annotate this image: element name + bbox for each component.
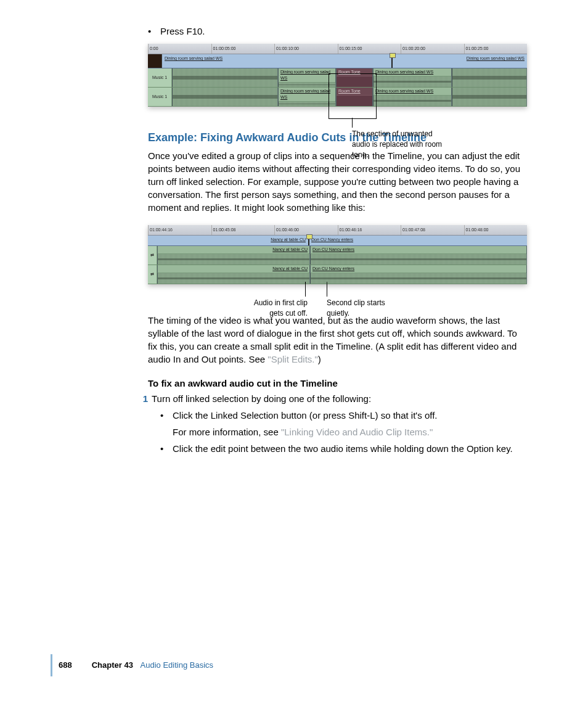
page-footer: 688 Chapter 43 Audio Editing Basics [0,654,588,676]
video-track: Dining room serving salad WS Dining room… [148,54,527,68]
callout-text: Audio in first clip gets cut off. [243,298,308,319]
video-clip-label: Nancy at table CU [268,236,308,245]
ruler-tick: 01:00:10:00 [274,44,338,54]
track-header: Music 1 [148,68,172,87]
video-track: Nancy at table CU Don CU Nancy enters [148,236,527,246]
sub-bullet-text: Click the Linked Selection button (or pr… [173,409,437,422]
track-lock-icon: ⇄ [148,265,157,284]
video-clip-label: Dining room serving salad WS [162,54,225,68]
link-split-edits[interactable]: "Split Edits." [267,354,318,364]
audio-clip-label: Dining room serving salad WS [279,68,335,83]
bullet-marker: • [160,409,173,422]
audio-clip-label: Nancy at table CU [158,246,309,254]
timeline-figure-2: 01:00:44:16 01:00:45:08 01:00:46:00 01:0… [148,225,527,284]
video-clip-label: Don CU Nancy enters [309,236,356,245]
sub-info-text: For more information, see [173,427,281,437]
bullet-marker: • [148,25,160,38]
timeline-ruler: 0:00 01:00:05:00 01:00:10:00 01:00:15:00… [148,44,527,54]
paragraph: The timing of the video is what you want… [148,314,527,366]
chapter-info: Chapter 43 Audio Editing Basics [92,660,213,671]
ruler-tick: 01:00:44:16 [148,225,211,235]
sub-bullet-text: Click the edit point between the two aud… [173,442,513,455]
audio-clip-label: Dining room serving salad WS [279,88,335,102]
audio-clip-label: Don CU Nancy enters [311,246,526,254]
ruler-tick: 01:00:15:00 [338,44,401,54]
ruler-tick: 01:00:20:00 [401,44,464,54]
step-text: Turn off linked selection by doing one o… [152,392,371,405]
page-number: 688 [59,660,72,671]
procedure-heading: To fix an awkward audio cut in the Timel… [148,377,536,390]
paragraph: Once you've edited a group of clips into… [148,149,527,214]
sub-info: For more information, see "Linking Video… [173,425,536,438]
step-1: 1 Turn off linked selection by doing one… [136,392,536,405]
sub-bullet: • Click the Linked Selection button (or … [160,409,536,422]
video-thumbnail [148,54,162,68]
ruler-tick: 01:00:47:08 [401,225,464,235]
audio-clip-label: Don CU Nancy enters [311,265,526,273]
audio-track-1: ⇄ Nancy at table CU Don CU Nancy enters [148,246,527,265]
chapter-title: Audio Editing Basics [141,660,214,670]
ruler-tick: 01:00:25:00 [464,44,528,54]
track-header: Music 1 [148,88,172,106]
ruler-tick: 01:00:05:00 [211,44,275,54]
section-heading: Example: Fixing Awkward Audio Cuts in th… [148,130,536,146]
ruler-tick: 01:00:48:00 [464,225,528,235]
link-linking-clips[interactable]: "Linking Video and Audio Clip Items." [281,427,433,437]
step-number: 1 [136,392,152,405]
callout-line [327,282,327,297]
audio-clip-label: Dining room serving salad WS [374,88,451,96]
sub-bullet: • Click the edit point between the two a… [160,442,536,455]
ruler-tick: 01:00:45:08 [211,225,275,235]
callout-text: Second clip starts quietly. [327,298,388,319]
audio-clip-label: Dining room serving salad WS [374,68,451,76]
paragraph-text: ) [318,354,321,364]
callout-line [305,282,306,297]
audio-clip-label: Nancy at table CU [158,265,309,273]
callout-box [329,73,377,119]
bullet-item: • Press F10. [148,25,536,38]
bullet-text: Press F10. [160,25,205,38]
bullet-marker: • [160,442,173,455]
ruler-tick: 0:00 [148,44,211,54]
callout-text: The section of unwanted audio is replace… [352,129,451,160]
ruler-tick: 01:00:46:00 [274,225,338,235]
paragraph-text: The timing of the video is what you want… [148,315,517,364]
callout-line [352,118,353,128]
chapter-label: Chapter 43 [92,660,133,670]
video-clip-label: Dining room serving salad WS [464,54,527,68]
audio-track-2: ⇄ Nancy at table CU Don CU Nancy enters [148,265,527,284]
ruler-tick: 01:00:46:16 [338,225,401,235]
track-lock-icon: ⇄ [148,246,157,265]
timeline-ruler: 01:00:44:16 01:00:45:08 01:00:46:00 01:0… [148,225,527,236]
